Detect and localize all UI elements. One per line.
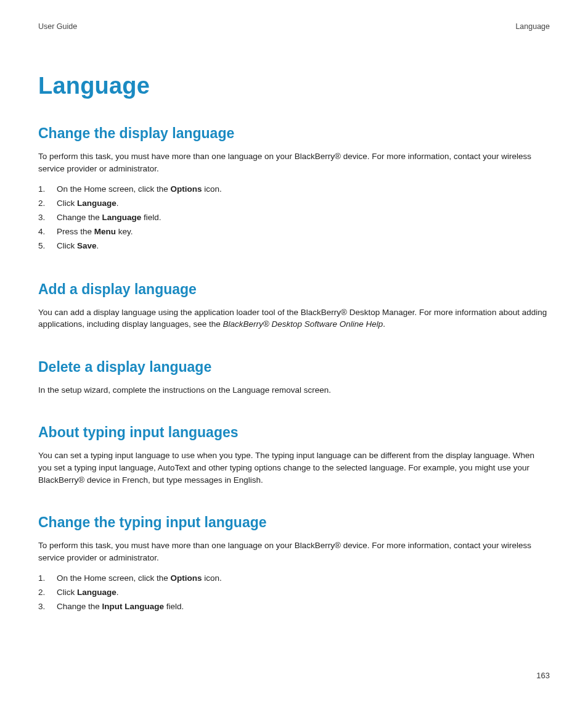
section-heading: Add a display language (38, 281, 550, 298)
section-intro: To perform this task, you must have more… (38, 540, 550, 564)
step-item: 2. Click Language. (38, 586, 550, 599)
step-item: 3. Change the Input Language field. (38, 601, 550, 614)
step-item: 3. Change the Language field. (38, 211, 550, 224)
running-header: User Guide Language (38, 22, 550, 31)
step-number: 2. (38, 197, 57, 210)
document-page: User Guide Language Language Change the … (0, 0, 588, 706)
section-change-display-language: Change the display language To perform t… (38, 125, 550, 253)
step-number: 5. (38, 240, 57, 253)
section-change-typing-input: Change the typing input language To perf… (38, 514, 550, 614)
section-heading: Change the display language (38, 125, 550, 142)
step-text: Press the Menu key. (57, 226, 133, 239)
step-item: 1. On the Home screen, click the Options… (38, 572, 550, 585)
step-text: Click Language. (57, 586, 119, 599)
header-left: User Guide (38, 22, 77, 31)
section-heading: Change the typing input language (38, 514, 550, 531)
step-list: 1. On the Home screen, click the Options… (38, 572, 550, 614)
section-intro: In the setup wizard, complete the instru… (38, 384, 550, 396)
section-intro: You can set a typing input language to u… (38, 449, 550, 486)
step-number: 3. (38, 211, 57, 224)
step-text: Click Save. (57, 240, 99, 253)
step-text: On the Home screen, click the Options ic… (57, 572, 222, 585)
step-text: Click Language. (57, 197, 119, 210)
step-number: 4. (38, 226, 57, 239)
step-number: 3. (38, 601, 57, 614)
section-heading: Delete a display language (38, 359, 550, 376)
step-number: 2. (38, 586, 57, 599)
header-right: Language (515, 22, 550, 31)
step-number: 1. (38, 183, 57, 196)
section-delete-display-language: Delete a display language In the setup w… (38, 359, 550, 396)
step-number: 1. (38, 572, 57, 585)
section-intro: You can add a display language using the… (38, 306, 550, 330)
section-about-typing-input: About typing input languages You can set… (38, 424, 550, 486)
step-item: 1. On the Home screen, click the Options… (38, 183, 550, 196)
step-text: On the Home screen, click the Options ic… (57, 183, 222, 196)
section-intro: To perform this task, you must have more… (38, 150, 550, 174)
step-item: 5. Click Save. (38, 240, 550, 253)
step-list: 1. On the Home screen, click the Options… (38, 183, 550, 253)
step-text: Change the Language field. (57, 211, 161, 224)
page-title: Language (38, 73, 550, 99)
page-number: 163 (536, 671, 550, 680)
step-item: 2. Click Language. (38, 197, 550, 210)
step-item: 4. Press the Menu key. (38, 226, 550, 239)
section-heading: About typing input languages (38, 424, 550, 441)
step-text: Change the Input Language field. (57, 601, 184, 614)
section-add-display-language: Add a display language You can add a dis… (38, 281, 550, 330)
